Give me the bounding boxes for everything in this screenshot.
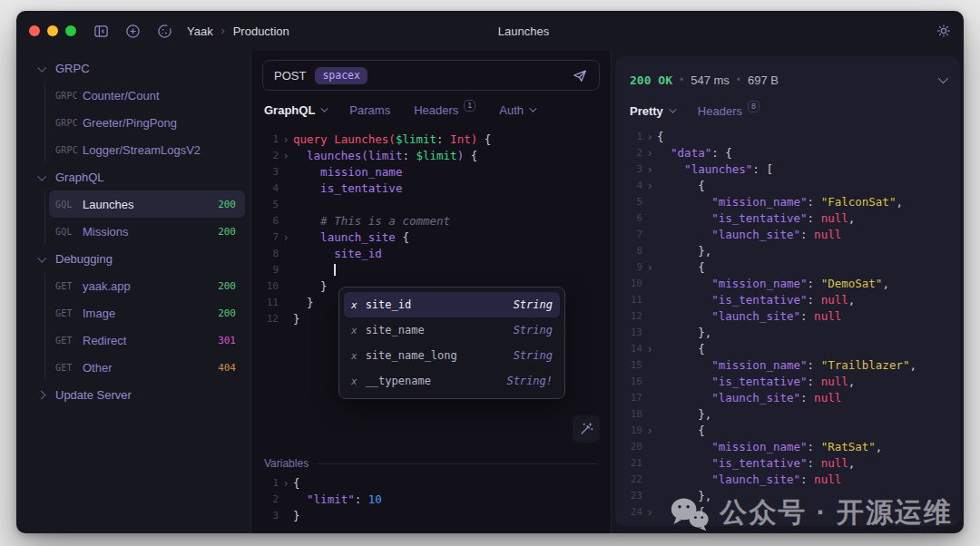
fold-chevron-icon[interactable]: › xyxy=(642,504,657,521)
sidebar-section-update-server[interactable]: Update Server xyxy=(16,381,250,408)
fold-chevron-icon[interactable]: › xyxy=(642,145,657,161)
close-window-button[interactable] xyxy=(29,25,40,36)
variables-label: Variables xyxy=(264,457,309,470)
fold-chevron-icon[interactable]: › xyxy=(642,259,657,276)
fold-chevron-icon xyxy=(642,488,657,504)
code-line: 8 site_id xyxy=(260,246,611,262)
autocomplete-field-type: String! xyxy=(506,375,553,387)
code-line: 10 "mission_name": "DemoSat", xyxy=(624,276,960,292)
fold-chevron-icon[interactable]: › xyxy=(279,132,293,148)
fold-chevron-icon xyxy=(642,194,657,210)
fold-chevron-icon xyxy=(642,406,657,423)
line-number: 8 xyxy=(624,243,642,259)
sidebar-toggle-icon[interactable] xyxy=(93,23,109,39)
fold-chevron-icon[interactable]: › xyxy=(642,341,657,357)
request-panel: POST spacex GraphQLParamsHeaders1Auth 1›… xyxy=(250,51,612,533)
request-name-pill[interactable]: spacex xyxy=(315,67,368,84)
request-tab-headers[interactable]: Headers1 xyxy=(414,103,475,117)
watermark: 公众号 · 开源运维 xyxy=(669,494,953,531)
sidebar-item-logger-streamlogsv2[interactable]: GRPCLogger/StreamLogsV2 xyxy=(49,136,245,163)
response-collapse-chevron-icon[interactable] xyxy=(938,73,948,83)
breadcrumb-workspace[interactable]: Yaak xyxy=(187,24,213,38)
response-tab-pretty[interactable]: Pretty xyxy=(630,104,674,118)
request-method-tag: GQL xyxy=(55,227,83,237)
sidebar-item-missions[interactable]: GQLMissions200 xyxy=(49,218,245,245)
request-tab-params[interactable]: Params xyxy=(349,103,390,117)
request-tab-graphql[interactable]: GraphQL xyxy=(264,103,326,117)
sidebar-item-label: Image xyxy=(83,307,115,320)
sidebar-item-redirect[interactable]: GETRedirect301 xyxy=(49,327,245,354)
line-number: 9 xyxy=(260,262,279,278)
sidebar-item-counter-count[interactable]: GRPCCounter/Count xyxy=(49,82,245,109)
cookie-icon[interactable] xyxy=(156,23,172,39)
sidebar-section-debugging[interactable]: Debugging xyxy=(16,245,250,272)
sidebar-section-grpc[interactable]: GRPC xyxy=(16,54,250,82)
fold-chevron-icon[interactable]: › xyxy=(279,475,293,492)
line-number: 17 xyxy=(624,390,642,406)
sidebar-item-greeter-pingpong[interactable]: GRPCGreeter/PingPong xyxy=(49,109,245,136)
url-bar[interactable]: POST spacex xyxy=(262,60,600,91)
tab-label: GraphQL xyxy=(264,103,315,117)
sidebar-item-launches[interactable]: GQLLaunches200 xyxy=(49,190,245,218)
fold-chevron-icon xyxy=(279,180,293,197)
titlebar[interactable]: Yaak › Production Launches xyxy=(16,11,964,51)
fold-chevron-icon xyxy=(279,164,293,180)
request-method-tag: GRPC xyxy=(55,145,83,155)
code-line: 7› launch_site { xyxy=(260,229,611,246)
response-tab-headers[interactable]: Headers8 xyxy=(698,104,760,118)
chevron-down-icon xyxy=(37,171,46,180)
breadcrumb-environment[interactable]: Production xyxy=(233,24,289,38)
tab-label: Headers xyxy=(414,103,458,117)
line-number: 9 xyxy=(624,259,642,276)
sidebar-item-image[interactable]: GETImage200 xyxy=(49,299,245,327)
fold-chevron-icon[interactable]: › xyxy=(642,161,657,178)
request-tab-auth[interactable]: Auth xyxy=(499,103,534,117)
send-request-button[interactable] xyxy=(572,67,588,83)
autocomplete-item-site-name[interactable]: xsite_nameString xyxy=(344,317,560,343)
sidebar-section-graphql[interactable]: GraphQL xyxy=(16,163,250,190)
format-wand-icon[interactable] xyxy=(573,415,600,443)
status-code-badge: 404 xyxy=(218,362,236,374)
autocomplete-item-site-id[interactable]: xsite_idString xyxy=(344,292,560,317)
chevron-down-icon xyxy=(529,104,536,112)
minimize-window-button[interactable] xyxy=(47,25,58,36)
line-number: 8 xyxy=(260,246,279,262)
fold-chevron-icon[interactable]: › xyxy=(279,148,293,164)
autocomplete-field-type: String xyxy=(514,349,553,362)
separator-dot: • xyxy=(737,73,740,86)
fold-chevron-icon[interactable]: › xyxy=(279,229,293,246)
line-number: 7 xyxy=(624,227,642,243)
fold-chevron-icon xyxy=(279,262,293,278)
fold-chevron-icon[interactable]: › xyxy=(642,423,657,439)
fold-chevron-icon xyxy=(279,197,293,213)
fold-chevron-icon xyxy=(642,472,657,488)
sidebar-item-other[interactable]: GETOther404 xyxy=(49,354,245,381)
app-window: Yaak › Production Launches GRPCGRPCCount… xyxy=(16,11,964,533)
zoom-window-button[interactable] xyxy=(65,25,76,36)
fold-chevron-icon[interactable]: › xyxy=(642,129,657,145)
variables-editor[interactable]: 1›{2 "limit": 103} xyxy=(251,473,611,524)
code-line: 1›query Launches($limit: Int) { xyxy=(260,132,611,148)
fold-chevron-icon[interactable]: › xyxy=(642,178,657,194)
fold-chevron-icon xyxy=(642,390,657,406)
fold-chevron-icon xyxy=(642,276,657,292)
fold-chevron-icon xyxy=(642,243,657,259)
new-request-icon[interactable] xyxy=(124,23,141,39)
autocomplete-item-typename[interactable]: x__typenameString! xyxy=(344,368,560,394)
request-method: POST xyxy=(274,69,306,83)
sidebar-item-label: Counter/Count xyxy=(83,89,160,102)
settings-gear-icon[interactable] xyxy=(936,24,951,42)
status-code-badge: 200 xyxy=(218,226,236,238)
sidebar-item-yaak-app[interactable]: GETyaak.app200 xyxy=(49,272,245,299)
code-line: 14› { xyxy=(624,341,960,357)
autocomplete-item-site-name-long[interactable]: xsite_name_longString xyxy=(344,343,560,368)
chevron-right-icon xyxy=(36,390,45,399)
tab-label: Params xyxy=(349,103,390,117)
chevron-down-icon xyxy=(669,105,676,112)
code-line: 6 # This is a comment xyxy=(260,213,611,229)
request-method-tag: GET xyxy=(55,308,83,318)
response-body-viewer[interactable]: 1›{2› "data": {3› "launches": [4› {5 "mi… xyxy=(615,129,960,521)
line-number: 12 xyxy=(624,308,642,325)
response-area: 200 OK • 547 ms • 697 B PrettyHeaders8 1… xyxy=(612,51,964,533)
line-number: 11 xyxy=(260,295,279,311)
